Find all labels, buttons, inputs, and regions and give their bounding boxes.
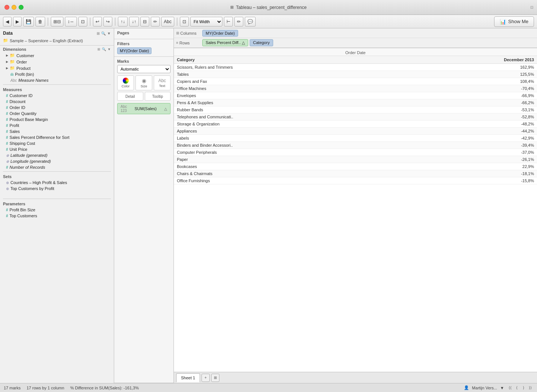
table-row[interactable]: Office Machines-70,4% (174, 85, 537, 92)
middle-panel: Pages Filters MY(Order Date) Marks Autom… (114, 28, 174, 383)
sort-desc-button[interactable]: ↓↑ (129, 17, 139, 27)
dimensions-search-btn[interactable]: 🔍 (102, 47, 106, 51)
nav-last-btn[interactable]: ⟩⟩ (527, 385, 533, 391)
back-button[interactable]: ◀ (3, 17, 12, 27)
abc-button[interactable]: Abc (161, 17, 174, 27)
cell-value: -66,9% (404, 92, 537, 99)
marks-label: Marks (117, 59, 171, 63)
cell-category: Paper (174, 156, 404, 163)
sum-sales-pill[interactable]: Abc123 SUM(Sales) △ (117, 103, 171, 114)
cell-category: Office Machines (174, 85, 404, 92)
annotate-button[interactable]: ✏ (151, 17, 160, 27)
fit-width-select[interactable]: Fit Width Entire View Standard (190, 17, 222, 27)
table-row[interactable]: Envelopes-66,9% (174, 92, 537, 99)
column-pill-order-date[interactable]: MY(Order Date) (202, 30, 238, 37)
view-btn-2[interactable]: ↕↔ (65, 17, 77, 27)
measure-order-quantity[interactable]: # Order Quantity (0, 111, 114, 116)
close-button[interactable] (4, 5, 9, 10)
dim-order[interactable]: ▶ 📁 Order (0, 59, 114, 65)
table-row[interactable]: Chairs & Chairmats-18,1% (174, 170, 537, 177)
nav-prev-btn[interactable]: ⟨ (514, 385, 520, 391)
duplicate-sheet-btn[interactable]: ⊞ (211, 374, 219, 382)
window-controls[interactable] (4, 5, 24, 10)
marks-type-select[interactable]: Automatic Bar Line Text (117, 65, 171, 73)
layout-button[interactable]: ⊡ (180, 17, 189, 27)
table-row[interactable]: Paper-26,1% (174, 156, 537, 163)
measure-order-id[interactable]: # Order ID (0, 105, 114, 111)
dim-profit-bin[interactable]: ılı Profit (bin) (0, 71, 114, 77)
color-button[interactable]: Color (117, 75, 134, 90)
measure-sales[interactable]: # Sales (0, 128, 114, 134)
status-difference: % Difference in SUM(Sales): -161,3% (70, 386, 139, 390)
view-btn-3[interactable]: ⊡ (78, 17, 87, 27)
save-button[interactable]: 💾 (23, 17, 34, 27)
text-button[interactable]: Abc Text (154, 75, 171, 90)
dimensions-menu-btn[interactable]: ▼ (107, 47, 111, 51)
new-sheet-btn[interactable]: + (202, 374, 210, 382)
filter-order-date-pill[interactable]: MY(Order Date) (117, 47, 152, 54)
row-pill-sales-pct-diff[interactable]: Sales Percent Diff.. △ (202, 39, 248, 46)
data-panel-menu-btn[interactable]: ▼ (107, 31, 111, 35)
table-row[interactable]: Bookcases22,9% (174, 163, 537, 170)
cell-category: Scissors, Rulers and Trimmers (174, 64, 404, 71)
hash-icon: # (6, 124, 8, 128)
measure-unit-price[interactable]: # Unit Price (0, 146, 114, 152)
measure-discount[interactable]: # Discount (0, 99, 114, 105)
measure-customer-id[interactable]: # Customer ID (0, 93, 114, 99)
redo-button[interactable]: ↪ (103, 17, 112, 27)
data-source-item[interactable]: 📁 Sample – Superstore – English (Extract… (0, 37, 114, 46)
param-profit-bin-size[interactable]: # Profit Bin Size (0, 207, 114, 213)
size-button[interactable]: ◉ Size (135, 75, 152, 90)
tooltip-btn[interactable]: 💬 (245, 17, 256, 27)
dimensions-grid-btn[interactable]: ⊞ (97, 47, 100, 51)
nav-next-btn[interactable]: ⟩ (521, 385, 527, 391)
sort-asc-button[interactable]: ↑↓ (118, 17, 128, 27)
nav-arrows: ⟨⟨ ⟨ ⟩ ⟩⟩ (507, 385, 533, 391)
dim-customer[interactable]: ▶ 📁 Customer (0, 52, 114, 59)
detail-button[interactable]: Detail (117, 92, 143, 101)
measure-longitude[interactable]: ⊕ Longitude (generated) (0, 158, 114, 164)
measure-shipping-cost[interactable]: # Shipping Cost (0, 140, 114, 146)
measure-number-of-records[interactable]: # Number of Records (0, 164, 114, 170)
set-countries[interactable]: ⊕ Countries – High Profit & Sales (0, 180, 114, 186)
view-btn-1[interactable]: ⊞⊟ (51, 17, 63, 27)
maximize-button[interactable] (19, 5, 24, 10)
set-top-customers[interactable]: ⊕ Top Customers by Profit (0, 186, 114, 192)
table-row[interactable]: Rubber Bands-53,1% (174, 106, 537, 113)
measure-profit[interactable]: # Profit (0, 122, 114, 128)
measure-sales-percent-diff[interactable]: # Sales Percent Difference for Sort (0, 134, 114, 140)
measure-latitude[interactable]: ⊕ Latitude (generated) (0, 152, 114, 158)
table-row[interactable]: Pens & Art Supplies-66,2% (174, 99, 537, 106)
param-top-customers[interactable]: # Top Customers (0, 213, 114, 219)
table-row[interactable]: Appliances-44,2% (174, 128, 537, 135)
tooltip-button[interactable]: Tooltip (145, 92, 171, 101)
table-row[interactable]: Computer Peripherals-37,0% (174, 149, 537, 156)
table-row[interactable]: Copiers and Fax108,4% (174, 78, 537, 85)
pin-button[interactable]: ⊢ (224, 17, 233, 27)
hash-icon: # (6, 208, 8, 212)
show-me-button[interactable]: 📊 Show Me (494, 16, 534, 27)
edit-button[interactable]: ✏ (234, 17, 243, 27)
delete-button[interactable]: 🗑 (35, 17, 45, 27)
row-pill-category[interactable]: Category (250, 39, 273, 46)
table-row[interactable]: Tables125,5% (174, 71, 537, 78)
table-row[interactable]: Binders and Binder Accessori..-39,4% (174, 142, 537, 149)
table-row[interactable]: Storage & Organization-48,2% (174, 121, 537, 128)
filter-button[interactable]: ⊟ (140, 17, 149, 27)
table-row[interactable]: Telephones and Communicati..-52,8% (174, 113, 537, 121)
user-menu-arrow[interactable]: ▼ (500, 386, 504, 390)
dim-measure-names[interactable]: Abc Measure Names (0, 77, 114, 83)
sheet-1-tab[interactable]: Sheet 1 (176, 373, 200, 382)
minimize-button[interactable] (12, 5, 16, 10)
hash-icon: # (6, 118, 8, 122)
table-row[interactable]: Scissors, Rulers and Trimmers162,9% (174, 64, 537, 71)
forward-button[interactable]: ▶ (13, 17, 22, 27)
table-row[interactable]: Labels-42,9% (174, 135, 537, 142)
measure-product-base-margin[interactable]: # Product Base Margin (0, 116, 114, 122)
undo-button[interactable]: ↩ (93, 17, 102, 27)
nav-first-btn[interactable]: ⟨⟨ (507, 385, 513, 391)
dim-product[interactable]: ▶ 📁 Product (0, 65, 114, 71)
data-panel-grid-btn[interactable]: ⊞ (97, 31, 100, 35)
table-row[interactable]: Office Furnishings-15,8% (174, 177, 537, 184)
data-panel-search-btn[interactable]: 🔍 (101, 31, 106, 35)
